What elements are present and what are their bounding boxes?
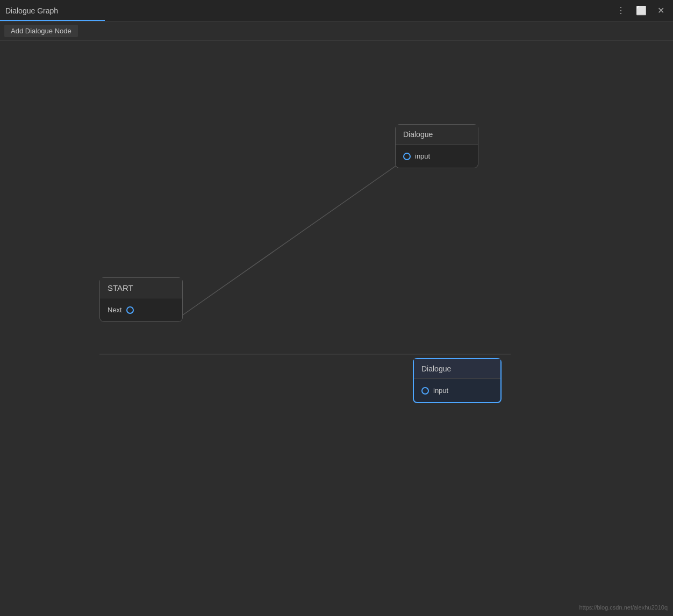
dialogue-1-input-port-circle[interactable] — [403, 153, 411, 160]
start-node[interactable]: START Next — [99, 277, 183, 322]
dialogue-node-1[interactable]: Dialogue input — [395, 124, 478, 168]
maximize-button[interactable]: ⬜ — [633, 5, 650, 16]
dialogue-node-2-body: input — [414, 379, 500, 402]
next-port-circle[interactable] — [126, 306, 134, 314]
next-port-row: Next — [108, 304, 175, 316]
dialogue-node-2-header: Dialogue — [414, 359, 500, 379]
title-controls: ⋮ ⬜ ✕ — [613, 5, 668, 16]
dialogue-2-input-port-row: input — [421, 384, 493, 397]
toolbar: Add Dialogue Node — [0, 22, 673, 41]
connection-lines — [0, 41, 673, 616]
dialogue-node-1-body: input — [396, 145, 478, 168]
window-title: Dialogue Graph — [5, 6, 58, 15]
dialogue-1-input-port-row: input — [403, 150, 470, 162]
svg-line-0 — [183, 164, 398, 315]
add-dialogue-node-button[interactable]: Add Dialogue Node — [4, 25, 78, 37]
dialogue-2-input-label: input — [433, 386, 448, 395]
dialogue-node-2[interactable]: Dialogue input — [413, 358, 502, 403]
title-bar: Dialogue Graph ⋮ ⬜ ✕ — [0, 0, 673, 22]
dialogue-1-input-label: input — [415, 152, 430, 160]
menu-button[interactable]: ⋮ — [613, 5, 628, 16]
start-node-body: Next — [100, 298, 182, 321]
close-button[interactable]: ✕ — [654, 5, 668, 16]
next-port-label: Next — [108, 306, 122, 314]
dialogue-2-input-port-circle[interactable] — [421, 387, 429, 395]
watermark: https://blog.csdn.net/alexhu2010q — [579, 604, 668, 611]
start-node-header: START — [100, 278, 182, 298]
graph-canvas: START Next Dialogue input Dialogue — [0, 41, 673, 616]
dialogue-node-1-header: Dialogue — [396, 125, 478, 145]
